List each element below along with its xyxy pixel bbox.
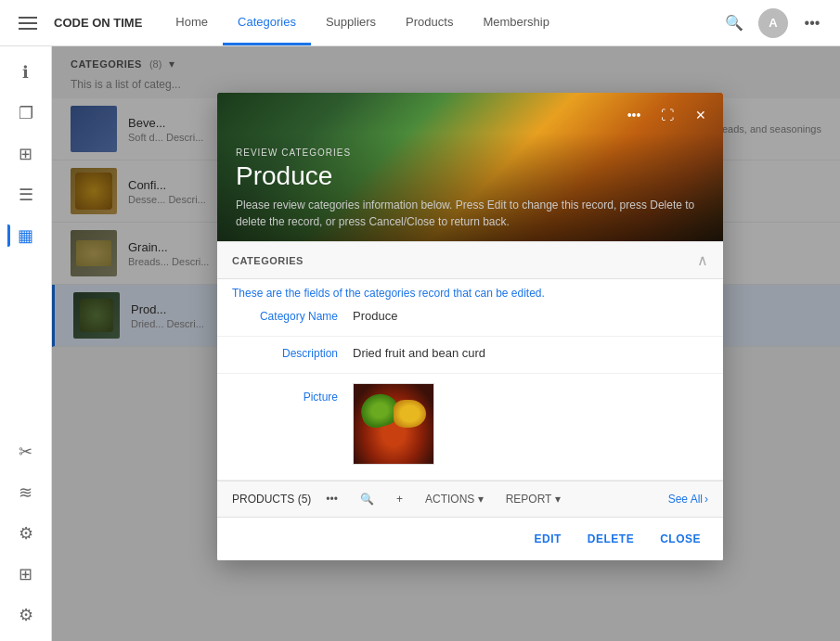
search-icon[interactable]: 🔍 bbox=[717, 6, 751, 40]
modal-actions: EDIT DELETE CLOSE bbox=[217, 517, 723, 560]
sidebar-info[interactable]: ℹ bbox=[7, 54, 45, 91]
sidebar-bottom: ✂ ≋ ⚙ ⊞ ⚙ bbox=[7, 433, 45, 641]
report-btn[interactable]: REPORT ▾ bbox=[498, 489, 568, 509]
section-header: CATEGORIES ∧ bbox=[217, 241, 723, 279]
hero-desc: Please review categories information bel… bbox=[236, 197, 704, 230]
modal-hero: REVIEW CATEGORIES Produce Please review … bbox=[217, 93, 723, 241]
main-layout: ℹ ❐ ⊞ ☰ ▦ ✂ ≋ ⚙ ⊞ ⚙ CATEGORIES (8) ▾ Thi… bbox=[0, 46, 840, 641]
produce-image bbox=[354, 383, 433, 465]
hamburger-menu[interactable] bbox=[11, 6, 45, 40]
sidebar-copy[interactable]: ❐ bbox=[7, 95, 45, 132]
avatar[interactable]: A bbox=[758, 8, 788, 38]
sidebar-list[interactable]: ☰ bbox=[7, 176, 45, 213]
content-area: CATEGORIES (8) ▾ This is a list of categ… bbox=[52, 46, 840, 641]
app-title: CODE ON TIME bbox=[54, 16, 142, 30]
more-btn[interactable]: ••• bbox=[318, 489, 345, 509]
delete-button[interactable]: DELETE bbox=[580, 527, 641, 551]
modal-dialog: REVIEW CATEGORIES Produce Please review … bbox=[217, 93, 723, 560]
sidebar-apps[interactable]: ⊞ bbox=[7, 556, 45, 593]
nav-products[interactable]: Products bbox=[391, 0, 468, 45]
modal-expand-icon[interactable]: ⛶ bbox=[654, 102, 680, 128]
picture-label: Picture bbox=[232, 383, 353, 404]
sidebar-grid[interactable]: ⊞ bbox=[7, 135, 45, 173]
modal-more-icon[interactable]: ••• bbox=[621, 102, 647, 128]
sidebar-wave[interactable]: ≋ bbox=[7, 474, 45, 511]
section-desc: These are the fields of the categories r… bbox=[217, 279, 723, 300]
sidebar-settings[interactable]: ⚙ bbox=[7, 596, 45, 634]
field-label: Category Name bbox=[232, 309, 353, 323]
close-button[interactable]: CLOSE bbox=[653, 527, 708, 551]
top-nav: CODE ON TIME Home Categories Suppliers P… bbox=[0, 0, 840, 46]
hero-title: Produce bbox=[236, 161, 704, 191]
collapse-icon[interactable]: ∧ bbox=[697, 251, 708, 269]
nav-home[interactable]: Home bbox=[161, 0, 223, 45]
edit-button[interactable]: EDIT bbox=[526, 527, 568, 551]
picture-field: Picture bbox=[217, 374, 723, 481]
sidebar-tiles[interactable]: ▦ bbox=[7, 217, 45, 254]
nav-categories[interactable]: Categories bbox=[223, 0, 311, 45]
more-options-icon[interactable]: ••• bbox=[795, 6, 829, 40]
products-bar: PRODUCTS (5) ••• 🔍 + ACTIONS ▾ REPORT ▾ … bbox=[217, 481, 723, 517]
sidebar-tools[interactable]: ✂ bbox=[7, 433, 45, 470]
field-description: Description Dried fruit and bean curd bbox=[217, 337, 723, 374]
picture-thumbnail bbox=[353, 383, 434, 465]
nav-right: 🔍 A ••• bbox=[717, 6, 829, 40]
products-label: PRODUCTS (5) bbox=[232, 493, 311, 506]
hero-overlay: REVIEW CATEGORIES Produce Please review … bbox=[217, 133, 723, 241]
field-value: Produce bbox=[353, 309, 708, 323]
field-label: Description bbox=[232, 346, 353, 360]
search-btn[interactable]: 🔍 bbox=[353, 489, 381, 509]
section-title: CATEGORIES bbox=[232, 255, 304, 266]
nav-suppliers[interactable]: Suppliers bbox=[311, 0, 391, 45]
modal-body: CATEGORIES ∧ These are the fields of the… bbox=[217, 241, 723, 560]
sidebar-factory[interactable]: ⚙ bbox=[7, 515, 45, 552]
sidebar: ℹ ❐ ⊞ ☰ ▦ ✂ ≋ ⚙ ⊞ ⚙ bbox=[0, 46, 52, 641]
field-value: Dried fruit and bean curd bbox=[353, 346, 708, 360]
actions-btn[interactable]: ACTIONS ▾ bbox=[418, 489, 491, 509]
nav-bar: Home Categories Suppliers Products Membe… bbox=[161, 0, 564, 45]
modal-controls: ••• ⛶ ✕ bbox=[621, 102, 714, 128]
modal-close-icon[interactable]: ✕ bbox=[688, 102, 714, 128]
nav-membership[interactable]: Membership bbox=[468, 0, 564, 45]
see-all-btn[interactable]: See All › bbox=[668, 493, 708, 506]
hero-subtitle: REVIEW CATEGORIES bbox=[236, 147, 704, 158]
field-category-name: Category Name Produce bbox=[217, 300, 723, 337]
add-btn[interactable]: + bbox=[389, 489, 410, 509]
